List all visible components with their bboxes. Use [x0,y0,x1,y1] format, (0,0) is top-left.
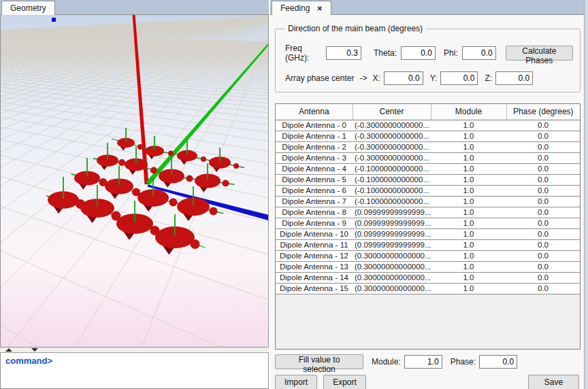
cell-module[interactable]: 1.0 [431,239,506,250]
phase-input[interactable] [479,355,517,369]
cell-phase[interactable]: 0.0 [506,196,580,207]
cell-center[interactable]: (0.09999999999999... [353,218,431,229]
column-header[interactable]: Phase (degrees) [506,104,580,120]
y-input[interactable] [440,71,478,85]
column-header[interactable]: Antenna [276,104,353,120]
cell-center[interactable]: (-0.1000000000000... [353,196,431,207]
save-button[interactable]: Save [528,375,579,389]
cell-module[interactable]: 1.0 [431,152,506,163]
cell-phase[interactable]: 0.0 [506,131,580,141]
cell-module[interactable]: 1.0 [431,283,506,294]
cell-name[interactable]: Dipole Antenna - 0 [276,120,353,131]
cell-name[interactable]: Dipole Antenna - 6 [276,185,353,196]
cell-name[interactable]: Dipole Antenna - 12 [276,250,353,261]
table-row[interactable]: Dipole Antenna - 14(0.30000000000000...1… [276,272,580,283]
cell-center[interactable]: (-0.1000000000000... [353,163,431,174]
table-row[interactable]: Dipole Antenna - 8(0.09999999999999...1.… [276,207,580,218]
cell-module[interactable]: 1.0 [431,207,506,218]
cell-name[interactable]: Dipole Antenna - 2 [276,141,353,152]
table-row[interactable]: Dipole Antenna - 10(0.09999999999999...1… [276,229,580,239]
cell-phase[interactable]: 0.0 [506,229,580,239]
column-header[interactable]: Module [431,104,506,120]
cell-name[interactable]: Dipole Antenna - 4 [276,163,353,174]
cell-module[interactable]: 1.0 [431,272,506,283]
cell-center[interactable]: (0.09999999999999... [353,207,431,218]
cell-name[interactable]: Dipole Antenna - 9 [276,218,353,229]
cell-name[interactable]: Dipole Antenna - 15 [276,283,353,294]
x-input[interactable] [384,71,423,85]
table-row[interactable]: Dipole Antenna - 11(0.09999999999999...1… [276,239,580,250]
cell-phase[interactable]: 0.0 [506,261,580,272]
freq-input[interactable] [326,46,361,60]
cell-center[interactable]: (0.30000000000000... [353,250,431,261]
cell-name[interactable]: Dipole Antenna - 8 [276,207,353,218]
cell-phase[interactable]: 0.0 [506,272,580,283]
fill-value-button[interactable]: Fill value to selection [275,354,363,369]
cell-center[interactable]: (-0.1000000000000... [353,174,431,185]
cell-module[interactable]: 1.0 [431,218,506,229]
cell-center[interactable]: (0.30000000000000... [353,272,431,283]
cell-module[interactable]: 1.0 [431,261,506,272]
cell-center[interactable]: (-0.3000000000000... [353,152,431,163]
cell-phase[interactable]: 0.0 [506,218,580,229]
splitter-up-icon[interactable] [5,348,12,352]
command-console[interactable]: command> [0,353,269,389]
cell-module[interactable]: 1.0 [431,120,506,131]
cell-module[interactable]: 1.0 [431,131,506,141]
table-row[interactable]: Dipole Antenna - 13(0.30000000000000...1… [276,261,580,272]
phi-input[interactable] [462,46,496,60]
cell-module[interactable]: 1.0 [431,141,506,152]
column-header[interactable]: Center [353,104,431,120]
cell-name[interactable]: Dipole Antenna - 1 [276,131,353,141]
cell-module[interactable]: 1.0 [431,163,506,174]
cell-phase[interactable]: 0.0 [506,174,580,185]
cell-name[interactable]: Dipole Antenna - 14 [276,272,353,283]
cell-phase[interactable]: 0.0 [506,141,580,152]
cell-phase[interactable]: 0.0 [506,152,580,163]
cell-module[interactable]: 1.0 [431,229,506,239]
cell-phase[interactable]: 0.0 [506,120,580,131]
z-input[interactable] [495,71,533,85]
cell-center[interactable]: (-0.3000000000000... [353,120,431,131]
cell-center[interactable]: (0.30000000000000... [353,283,431,294]
cell-module[interactable]: 1.0 [431,174,506,185]
cell-name[interactable]: Dipole Antenna - 13 [276,261,353,272]
cell-name[interactable]: Dipole Antenna - 10 [276,229,353,239]
cell-module[interactable]: 1.0 [431,196,506,207]
cell-phase[interactable]: 0.0 [506,185,580,196]
table-row[interactable]: Dipole Antenna - 3(-0.3000000000000...1.… [276,152,580,163]
cell-center[interactable]: (0.09999999999999... [353,239,431,250]
cell-module[interactable]: 1.0 [431,250,506,261]
cell-center[interactable]: (0.09999999999999... [353,229,431,239]
cell-center[interactable]: (-0.3000000000000... [353,141,431,152]
cell-phase[interactable]: 0.0 [506,283,580,294]
export-button[interactable]: Export [323,375,366,389]
table-row[interactable]: Dipole Antenna - 4(-0.1000000000000...1.… [276,163,580,174]
table-row[interactable]: Dipole Antenna - 7(-0.1000000000000...1.… [276,196,580,207]
splitter-down-icon[interactable] [31,348,38,352]
module-input[interactable] [404,355,442,369]
import-button[interactable]: Import [275,375,317,389]
cell-center[interactable]: (-0.3000000000000... [353,131,431,141]
table-row[interactable]: Dipole Antenna - 12(0.30000000000000...1… [276,250,580,261]
cell-name[interactable]: Dipole Antenna - 5 [276,174,353,185]
cell-center[interactable]: (0.30000000000000... [353,261,431,272]
table-row[interactable]: Dipole Antenna - 9(0.09999999999999...1.… [276,218,580,229]
cell-phase[interactable]: 0.0 [506,207,580,218]
console-splitter[interactable] [0,348,269,353]
table-row[interactable]: Dipole Antenna - 5(-0.1000000000000...1.… [276,174,580,185]
tab-geometry[interactable]: Geometry [1,1,55,15]
cell-phase[interactable]: 0.0 [506,163,580,174]
cell-phase[interactable]: 0.0 [506,250,580,261]
table-row[interactable]: Dipole Antenna - 15(0.30000000000000...1… [276,283,580,294]
theta-input[interactable] [401,46,436,60]
cell-name[interactable]: Dipole Antenna - 7 [276,196,353,207]
cell-module[interactable]: 1.0 [431,185,506,196]
geometry-viewport[interactable] [0,15,269,348]
calculate-phases-button[interactable]: Calculate Phases [506,46,573,61]
cell-name[interactable]: Dipole Antenna - 11 [276,239,353,250]
cell-name[interactable]: Dipole Antenna - 3 [276,152,353,163]
table-row[interactable]: Dipole Antenna - 2(-0.3000000000000...1.… [276,141,580,152]
cell-phase[interactable]: 0.0 [506,239,580,250]
table-row[interactable]: Dipole Antenna - 1(-0.3000000000000...1.… [276,131,580,141]
